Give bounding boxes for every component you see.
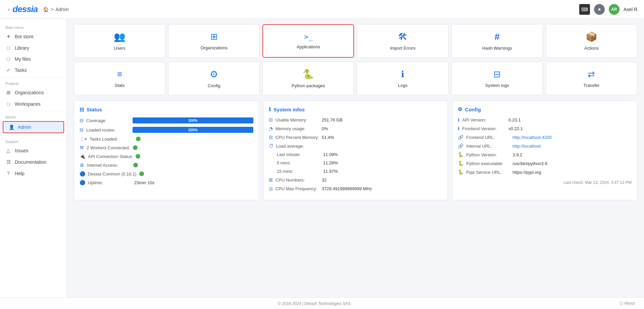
sidebar-item-help[interactable]: ? Help [0,168,67,179]
cpu-freq-icon: ◎ [269,186,273,191]
card-logs[interactable]: ℹ Logs [357,62,448,95]
about-link[interactable]: ⓘ About [619,301,635,306]
keyboard-icon[interactable]: ⌨ [579,4,590,15]
memory-usage-value: 0% [322,126,328,131]
api-status-dot [136,154,140,159]
loaded-routes-progress: 100% [133,127,253,133]
user-avatar-green[interactable]: AR [609,4,620,15]
load-5min-label: 5 mins: [277,160,320,165]
python-exec-row: 🐍 Python executable: /usr/bin/python3.9 [458,161,632,166]
card-python-packages[interactable]: 🐍 Python packages [262,62,354,95]
panels-row: ⊟ Status ⊟ Coverage: 100% ⊟ Loaded route… [74,101,637,200]
card-import-errors[interactable]: 🛠 Import Errors [357,24,448,58]
import-errors-card-label: Import Errors [390,46,415,51]
footer: © 2016-2024 | DessiA Technologies SAS ⓘ … [0,298,644,309]
card-actions[interactable]: 📦 Actions [546,24,637,58]
back-button[interactable]: ‹ [5,5,12,14]
load-last-minute-row: Last minute: 11.09% [269,152,443,157]
sidebar-item-tasks[interactable]: ✓ Tasks [0,64,67,76]
python-version-value: 3.9.2 [512,152,522,157]
status-coverage-row: ⊟ Coverage: 100% [80,117,253,123]
internal-url-label: Internal URL: [466,144,510,149]
card-system-logs[interactable]: ⊟ System logs [451,62,543,95]
user-name: Axel R. [624,7,639,12]
sidebar-item-library[interactable]: □ Library [0,42,67,53]
bot-store-icon: ✦ [5,34,11,40]
system-logs-card-icon: ⊟ [493,69,501,80]
card-applications[interactable]: >_ Applications [262,24,354,58]
config-panel-icon: ⚙ [458,106,462,112]
sidebar-item-workspaces[interactable]: □ Workspaces [0,98,67,109]
frontend-version-row: ℹ Frontend Version: v0.22.1 [458,126,632,131]
status-panel-icon: ⊟ [80,106,84,113]
card-stats[interactable]: ≡ Stats [74,62,165,95]
status-api-row: 🔌 API Connection Status: [80,154,253,159]
python-packages-card-label: Python packages [292,83,325,88]
load-15min-row: 15 mins: 11.97% [269,169,443,174]
frontend-version-value: v0.22.1 [508,126,523,131]
api-status-icon: 🔌 [80,154,85,159]
status-uptime-row: 🔵 Uptime: 23min 10s [80,180,253,185]
memory-usage-row: ◔ Memory usage: 0% [269,126,443,131]
loaded-routes-fill: 100% [133,127,253,133]
users-card-label: Users [114,46,126,51]
users-card-icon: 👥 [114,31,126,42]
status-panel: ⊟ Status ⊟ Coverage: 100% ⊟ Loaded route… [74,101,259,200]
cpu-max-freq-row: ◎ CPU Max Frequency: 3729.491999999999 M… [269,186,443,191]
transfer-card-icon: ⇄ [588,69,595,80]
sidebar-label-organizations: Organizations [15,90,44,95]
config-panel-title: ⚙ Config [458,106,632,112]
memory-icon: ⊟ [269,117,273,122]
python-version-icon: 🐍 [458,152,463,157]
uptime-icon: 🔵 [80,180,85,185]
internet-label: Internet Access: [87,163,131,168]
status-workers-row: ⚒ 2 Workers Connected: [80,145,253,150]
coverage-icon: ⊟ [80,118,84,123]
sidebar-item-issues[interactable]: △ Issues [0,145,67,156]
card-transfer[interactable]: ⇄ Transfer [546,62,637,95]
internal-url-value[interactable]: http://localhost [512,144,541,149]
sidebar-item-my-files[interactable]: □ My files [0,53,67,64]
cards-row2: ≡ Stats ⚙ Config 🐍 Python packages ℹ Log… [74,62,637,95]
cpu-percent-value: 51.4% [322,135,334,140]
admin-label: Admin [0,112,67,120]
logs-card-icon: ℹ [401,69,404,80]
workers-label: 2 Workers Connected: [87,145,130,150]
status-panel-title: ⊟ Status [80,106,253,113]
sidebar-item-admin[interactable]: 👤 Admin [3,121,64,133]
sidebar-item-documentation[interactable]: ☰ Documentation [0,156,67,168]
sidebar-label-workspaces: Workspaces [15,101,41,107]
frontend-version-icon: ℹ [458,126,459,131]
my-files-icon: □ [5,56,11,62]
card-users[interactable]: 👥 Users [74,24,165,58]
transfer-card-label: Transfer [583,83,599,88]
copyright: © 2016-2024 | DessiA Technologies SAS [278,301,351,306]
breadcrumb-sep: > [51,7,53,12]
sidebar-label-library: Library [15,45,29,51]
sidebar-item-bot-store[interactable]: ✦ Bot store [0,31,67,42]
pypi-url-value: https://pypi.org [512,170,541,175]
card-config[interactable]: ⚙ Config [168,62,260,95]
api-version-icon: ℹ [458,117,459,122]
card-hash-warnings[interactable]: # Hash Warnings [451,24,543,58]
sidebar-item-organizations[interactable]: ⊞ Organizations [0,87,67,98]
cpu-numbers-icon: ⊞ [269,177,273,183]
tasks-loaded-label: Tasks Loaded: [90,137,133,142]
frontend-url-value[interactable]: http://localhost:4200 [512,135,551,140]
load-last-minute-value: 11.09% [323,152,338,157]
api-version-value: 0.23.1 [508,117,521,122]
uptime-value: 23min 10s [134,180,154,185]
usable-memory-value: 251.76 GB [322,117,343,122]
system-infos-panel: ℹ System infos ⊟ Usable Memory: 251.76 G… [263,101,448,200]
sidebar-label-bot-store: Bot store [15,34,34,39]
status-loaded-routes-row: ⊟ Loaded routes: 100% [80,127,253,133]
python-packages-card-icon: 🐍 [302,69,314,80]
card-organizations[interactable]: ⊞ Organizations [168,24,260,58]
main-layout: Main menu ✦ Bot store □ Library □ My fil… [0,19,644,298]
api-version-label: API Version: [462,117,506,122]
uptime-label: Uptime: [88,180,132,185]
load-average-row: ⏱ Load average: [269,143,443,149]
internal-url-icon: 🔗 [458,143,463,149]
internal-url-row: 🔗 Internal URL: http://localhost [458,143,632,149]
home-icon[interactable]: 🏠 [43,7,49,12]
